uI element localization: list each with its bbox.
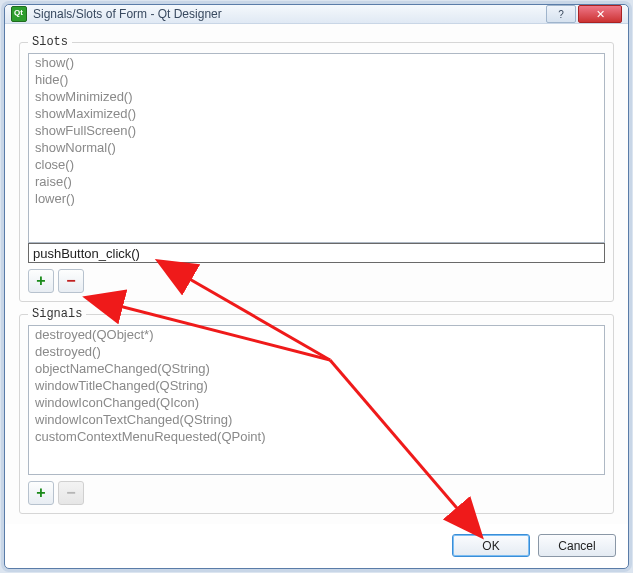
list-item[interactable]: close()	[29, 156, 604, 173]
dialog-window: Signals/Slots of Form - Qt Designer Slot…	[4, 4, 629, 569]
window-title: Signals/Slots of Form - Qt Designer	[33, 7, 544, 21]
list-item[interactable]: raise()	[29, 173, 604, 190]
minus-icon: −	[66, 272, 75, 290]
remove-signal-button: −	[58, 481, 84, 505]
slot-edit-row	[28, 243, 605, 263]
slots-label: Slots	[28, 35, 72, 49]
signals-group: Signals destroyed(QObject*)destroyed()ob…	[19, 314, 614, 514]
cancel-button[interactable]: Cancel	[538, 534, 616, 557]
list-item[interactable]: windowTitleChanged(QString)	[29, 377, 604, 394]
slot-name-input[interactable]	[29, 246, 604, 261]
slots-listbox[interactable]: show()hide()showMinimized()showMaximized…	[28, 53, 605, 243]
help-button[interactable]	[546, 5, 576, 23]
add-signal-button[interactable]: +	[28, 481, 54, 505]
list-item[interactable]: objectNameChanged(QString)	[29, 360, 604, 377]
list-item[interactable]: destroyed(QObject*)	[29, 326, 604, 343]
list-item[interactable]: hide()	[29, 71, 604, 88]
list-item[interactable]: showMaximized()	[29, 105, 604, 122]
list-item[interactable]: lower()	[29, 190, 604, 207]
plus-icon: +	[36, 272, 45, 290]
list-item[interactable]: destroyed()	[29, 343, 604, 360]
list-item[interactable]: show()	[29, 54, 604, 71]
signals-label: Signals	[28, 307, 86, 321]
list-item[interactable]: customContextMenuRequested(QPoint)	[29, 428, 604, 445]
app-icon	[11, 6, 27, 22]
add-slot-button[interactable]: +	[28, 269, 54, 293]
ok-button[interactable]: OK	[452, 534, 530, 557]
titlebar[interactable]: Signals/Slots of Form - Qt Designer	[5, 5, 628, 24]
dialog-footer: OK Cancel	[5, 524, 628, 569]
list-item[interactable]: showNormal()	[29, 139, 604, 156]
close-button[interactable]	[578, 5, 622, 23]
dialog-content: Slots show()hide()showMinimized()showMax…	[5, 24, 628, 524]
plus-icon: +	[36, 484, 45, 502]
signals-listbox[interactable]: destroyed(QObject*)destroyed()objectName…	[28, 325, 605, 475]
minus-icon: −	[66, 484, 75, 502]
list-item[interactable]: showMinimized()	[29, 88, 604, 105]
list-item[interactable]: windowIconTextChanged(QString)	[29, 411, 604, 428]
list-item[interactable]: windowIconChanged(QIcon)	[29, 394, 604, 411]
slots-group: Slots show()hide()showMinimized()showMax…	[19, 42, 614, 302]
list-item[interactable]: showFullScreen()	[29, 122, 604, 139]
remove-slot-button[interactable]: −	[58, 269, 84, 293]
